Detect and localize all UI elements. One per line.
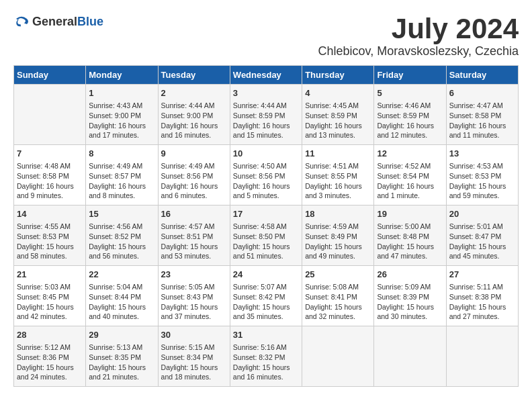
day-info-text: Sunrise: 4:49 AM bbox=[161, 161, 227, 171]
calendar-cell: 28Sunrise: 5:12 AMSunset: 8:36 PMDayligh… bbox=[14, 326, 86, 387]
day-info-text: Sunrise: 4:56 AM bbox=[89, 222, 154, 232]
day-info-text: Daylight: 15 hours bbox=[89, 363, 154, 373]
day-info-text: Sunset: 8:56 PM bbox=[161, 171, 227, 181]
day-info-text: Sunset: 8:52 PM bbox=[89, 232, 154, 242]
day-info-text: Sunrise: 5:04 AM bbox=[89, 282, 154, 292]
day-info-text: and 11 minutes. bbox=[449, 130, 515, 140]
header: GeneralBlue July 2024 Chlebicov, Moravsk… bbox=[13, 13, 519, 58]
calendar-cell: 11Sunrise: 4:51 AMSunset: 8:55 PMDayligh… bbox=[302, 145, 374, 205]
day-info-text: Sunrise: 5:00 AM bbox=[377, 222, 443, 232]
day-info-text: Sunrise: 5:09 AM bbox=[377, 282, 443, 292]
day-number: 22 bbox=[89, 269, 154, 281]
day-info-text: Sunset: 8:59 PM bbox=[377, 111, 443, 121]
calendar-cell bbox=[14, 85, 86, 145]
day-number: 31 bbox=[233, 329, 299, 341]
day-info-text: Sunrise: 4:48 AM bbox=[17, 161, 83, 171]
day-info-text: and 8 minutes. bbox=[89, 191, 154, 201]
calendar-cell: 30Sunrise: 5:15 AMSunset: 8:34 PMDayligh… bbox=[158, 326, 230, 387]
day-number: 28 bbox=[17, 329, 83, 341]
col-header-tuesday: Tuesday bbox=[158, 66, 230, 85]
day-info-text: and 49 minutes. bbox=[305, 251, 371, 261]
day-number: 3 bbox=[233, 87, 299, 99]
day-number: 10 bbox=[233, 148, 299, 160]
day-info-text: Daylight: 16 hours bbox=[89, 121, 154, 131]
day-info-text: and 56 minutes. bbox=[89, 251, 154, 261]
day-info-text: and 3 minutes. bbox=[305, 191, 371, 201]
day-info-text: Sunrise: 5:07 AM bbox=[233, 282, 299, 292]
day-info-text: Daylight: 15 hours bbox=[377, 302, 443, 312]
day-info-text: and 9 minutes. bbox=[17, 191, 83, 201]
day-info-text: Sunset: 8:45 PM bbox=[17, 292, 83, 302]
location-title: Chlebicov, Moravskoslezsky, Czechia bbox=[318, 44, 519, 58]
day-info-text: Sunrise: 5:13 AM bbox=[89, 342, 154, 353]
day-number: 30 bbox=[161, 329, 227, 341]
calendar-cell: 12Sunrise: 4:52 AMSunset: 8:54 PMDayligh… bbox=[374, 145, 446, 205]
day-info-text: Sunrise: 4:44 AM bbox=[233, 101, 299, 111]
day-info-text: Daylight: 15 hours bbox=[449, 181, 515, 191]
day-info-text: Sunset: 8:48 PM bbox=[377, 232, 443, 242]
day-info-text: and 15 minutes. bbox=[233, 130, 299, 140]
day-info-text: Sunset: 8:47 PM bbox=[449, 232, 515, 242]
calendar-cell: 29Sunrise: 5:13 AMSunset: 8:35 PMDayligh… bbox=[86, 326, 158, 387]
day-info-text: Daylight: 15 hours bbox=[233, 363, 299, 373]
day-info-text: Sunset: 8:36 PM bbox=[17, 353, 83, 363]
day-info-text: Sunset: 8:49 PM bbox=[305, 232, 371, 242]
calendar-cell: 19Sunrise: 5:00 AMSunset: 8:48 PMDayligh… bbox=[374, 205, 446, 266]
week-row-2: 7Sunrise: 4:48 AMSunset: 8:58 PMDaylight… bbox=[14, 145, 519, 205]
day-number: 23 bbox=[161, 269, 227, 281]
calendar-cell: 16Sunrise: 4:57 AMSunset: 8:51 PMDayligh… bbox=[158, 205, 230, 266]
day-info-text: Daylight: 16 hours bbox=[377, 181, 443, 191]
calendar-cell: 17Sunrise: 4:58 AMSunset: 8:50 PMDayligh… bbox=[230, 205, 302, 266]
calendar-cell: 27Sunrise: 5:11 AMSunset: 8:38 PMDayligh… bbox=[446, 266, 518, 326]
day-info-text: Sunset: 8:55 PM bbox=[305, 171, 371, 181]
day-info-text: and 17 minutes. bbox=[89, 130, 154, 140]
calendar-cell bbox=[302, 326, 374, 387]
day-info-text: and 37 minutes. bbox=[161, 312, 227, 322]
day-info-text: Sunrise: 4:59 AM bbox=[305, 222, 371, 232]
calendar-cell: 31Sunrise: 5:16 AMSunset: 8:32 PMDayligh… bbox=[230, 326, 302, 387]
day-info-text: Sunset: 8:58 PM bbox=[17, 171, 83, 181]
day-info-text: Sunset: 8:42 PM bbox=[233, 292, 299, 302]
day-info-text: and 24 minutes. bbox=[17, 372, 83, 382]
day-info-text: Daylight: 15 hours bbox=[449, 242, 515, 252]
day-info-text: and 13 minutes. bbox=[305, 130, 371, 140]
day-info-text: Sunrise: 4:46 AM bbox=[377, 101, 443, 111]
day-info-text: Daylight: 15 hours bbox=[17, 302, 83, 312]
day-info-text: Sunrise: 4:53 AM bbox=[449, 161, 515, 171]
day-info-text: Sunrise: 4:51 AM bbox=[305, 161, 371, 171]
day-info-text: Sunset: 8:54 PM bbox=[377, 171, 443, 181]
week-row-1: 1Sunrise: 4:43 AMSunset: 9:00 PMDaylight… bbox=[14, 85, 519, 145]
calendar-table: SundayMondayTuesdayWednesdayThursdayFrid… bbox=[13, 65, 519, 387]
logo-icon bbox=[13, 13, 30, 30]
day-info-text: and 45 minutes. bbox=[449, 251, 515, 261]
day-info-text: Sunrise: 4:58 AM bbox=[233, 222, 299, 232]
day-info-text: Sunset: 8:39 PM bbox=[377, 292, 443, 302]
calendar-cell: 10Sunrise: 4:50 AMSunset: 8:56 PMDayligh… bbox=[230, 145, 302, 205]
day-number: 29 bbox=[89, 329, 154, 341]
calendar-cell: 6Sunrise: 4:47 AMSunset: 8:58 PMDaylight… bbox=[446, 85, 518, 145]
day-info-text: and 47 minutes. bbox=[377, 251, 443, 261]
day-info-text: and 53 minutes. bbox=[161, 251, 227, 261]
calendar-cell bbox=[374, 326, 446, 387]
day-info-text: Daylight: 15 hours bbox=[233, 302, 299, 312]
day-info-text: and 1 minute. bbox=[377, 191, 443, 201]
day-info-text: Daylight: 15 hours bbox=[305, 302, 371, 312]
calendar-cell: 13Sunrise: 4:53 AMSunset: 8:53 PMDayligh… bbox=[446, 145, 518, 205]
day-info-text: Daylight: 16 hours bbox=[377, 121, 443, 131]
day-info-text: Sunrise: 4:49 AM bbox=[89, 161, 154, 171]
day-info-text: and 18 minutes. bbox=[161, 372, 227, 382]
day-info-text: Sunset: 8:50 PM bbox=[233, 232, 299, 242]
day-info-text: Daylight: 16 hours bbox=[233, 181, 299, 191]
calendar-cell: 5Sunrise: 4:46 AMSunset: 8:59 PMDaylight… bbox=[374, 85, 446, 145]
day-number: 15 bbox=[89, 208, 154, 220]
day-info-text: Daylight: 16 hours bbox=[161, 121, 227, 131]
day-info-text: Daylight: 15 hours bbox=[233, 242, 299, 252]
logo: GeneralBlue bbox=[13, 13, 103, 30]
day-info-text: Sunset: 8:35 PM bbox=[89, 353, 154, 363]
day-info-text: Sunset: 8:44 PM bbox=[89, 292, 154, 302]
day-info-text: Daylight: 15 hours bbox=[377, 242, 443, 252]
col-header-monday: Monday bbox=[86, 66, 158, 85]
day-info-text: Daylight: 15 hours bbox=[17, 242, 83, 252]
day-info-text: and 42 minutes. bbox=[17, 312, 83, 322]
col-header-sunday: Sunday bbox=[14, 66, 86, 85]
